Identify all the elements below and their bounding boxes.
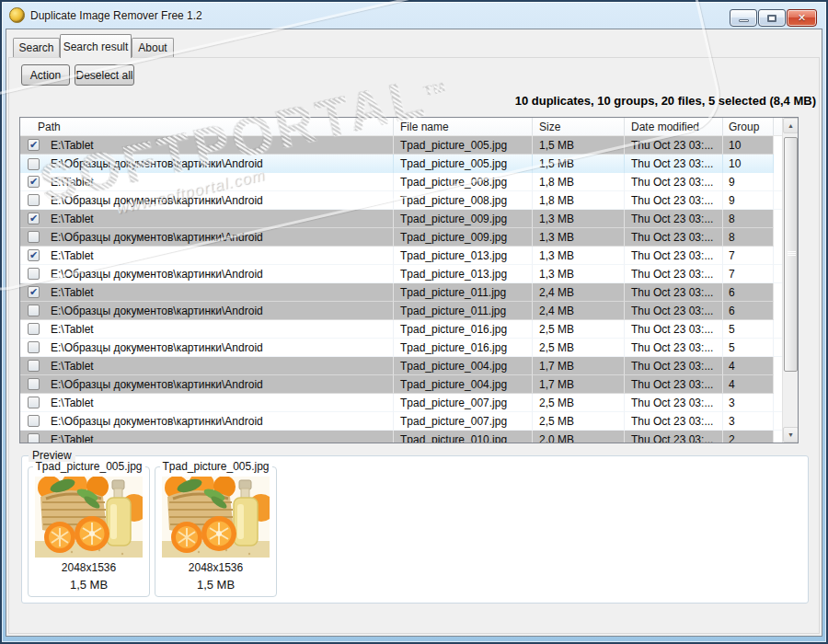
- table-row[interactable]: E:\TabletTpad_picture_007.jpg2,5 MBThu O…: [20, 394, 782, 412]
- table-header: Path File name Size Date modified Group: [20, 118, 782, 136]
- maximize-icon: [767, 15, 776, 22]
- row-date-modified: Thu Oct 23 03:...: [625, 412, 723, 431]
- table-row[interactable]: E:\Образцы документов\картинки\AndroidTp…: [20, 191, 782, 210]
- row-file-name: Tpad_picture_016.jpg: [394, 320, 533, 339]
- column-header-path[interactable]: Path: [20, 118, 394, 135]
- row-date-modified: Thu Oct 23 03:...: [625, 394, 723, 412]
- row-group: 10: [723, 136, 774, 155]
- preview-file-size: 1,5 MB: [155, 578, 276, 592]
- table-row[interactable]: ✔E:\TabletTpad_picture_011.jpg2,4 MBThu …: [20, 283, 782, 302]
- row-date-modified: Thu Oct 23 03:...: [625, 155, 723, 173]
- row-group: 10: [723, 155, 774, 173]
- row-date-modified: Thu Oct 23 03:...: [625, 173, 723, 191]
- row-date-modified: Thu Oct 23 03:...: [625, 265, 723, 283]
- minimize-icon: [739, 19, 749, 22]
- preview-group-label: Preview: [29, 449, 75, 462]
- preview-file-size: 1,5 MB: [29, 578, 149, 592]
- row-date-modified: Thu Oct 23 03:...: [625, 357, 723, 375]
- row-checkbox[interactable]: ✔: [28, 139, 40, 151]
- row-date-modified: Thu Oct 23 03:...: [625, 191, 723, 210]
- row-path: E:\Tablet: [51, 433, 94, 443]
- preview-card: Tpad_picture_005.jpg: [28, 466, 150, 597]
- minimize-button[interactable]: [730, 9, 757, 27]
- row-file-name: Tpad_picture_013.jpg: [394, 247, 533, 265]
- row-file-name: Tpad_picture_005.jpg: [394, 136, 533, 155]
- row-file-name: Tpad_picture_011.jpg: [394, 302, 533, 320]
- row-date-modified: Thu Oct 23 03:...: [625, 136, 723, 155]
- deselect-all-button[interactable]: Deselect all: [75, 64, 134, 86]
- column-header-file[interactable]: File name: [394, 118, 533, 135]
- table-row[interactable]: ✔E:\TabletTpad_picture_008.jpg1,8 MBThu …: [20, 173, 782, 191]
- row-path: E:\Образцы документов\картинки\Android: [51, 157, 263, 170]
- title-bar: Duplicate Image Remover Free 1.2: [2, 2, 826, 29]
- row-checkbox[interactable]: [28, 397, 40, 408]
- scrollbar-thumb[interactable]: [784, 137, 798, 372]
- row-group: 3: [723, 394, 774, 412]
- row-size: 2,0 MB: [533, 431, 625, 443]
- table-row[interactable]: E:\TabletTpad_picture_010.jpg2,0 MBThu O…: [20, 431, 782, 443]
- window-title: Duplicate Image Remover Free 1.2: [30, 9, 202, 22]
- row-group: 3: [723, 412, 774, 431]
- row-file-name: Tpad_picture_005.jpg: [394, 155, 533, 173]
- row-size: 1,3 MB: [533, 210, 625, 228]
- row-path: E:\Tablet: [51, 286, 94, 299]
- row-size: 1,7 MB: [533, 375, 625, 394]
- row-checkbox[interactable]: [28, 323, 40, 335]
- row-checkbox[interactable]: [28, 415, 40, 427]
- scroll-down-icon[interactable]: ▼: [783, 427, 799, 443]
- row-checkbox[interactable]: [28, 268, 40, 280]
- row-checkbox[interactable]: ✔: [28, 213, 40, 224]
- app-window: Duplicate Image Remover Free 1.2 ✕ Searc…: [0, 0, 828, 644]
- row-file-name: Tpad_picture_007.jpg: [394, 394, 533, 412]
- maximize-button[interactable]: [758, 9, 786, 27]
- tab-search-result[interactable]: Search result: [60, 34, 132, 58]
- row-size: 1,3 MB: [533, 228, 625, 247]
- table-row[interactable]: E:\Образцы документов\картинки\AndroidTp…: [20, 228, 782, 247]
- row-path: E:\Tablet: [51, 139, 94, 152]
- table-row[interactable]: E:\Образцы документов\картинки\AndroidTp…: [20, 265, 782, 283]
- row-path: E:\Tablet: [51, 360, 94, 373]
- action-button[interactable]: Action: [21, 64, 70, 86]
- row-checkbox[interactable]: ✔: [28, 286, 40, 298]
- preview-dimensions: 2048x1536: [155, 561, 276, 574]
- column-header-group[interactable]: Group: [723, 118, 774, 135]
- row-checkbox[interactable]: [28, 341, 40, 353]
- row-checkbox[interactable]: [28, 433, 40, 443]
- row-checkbox[interactable]: [28, 158, 40, 170]
- row-date-modified: Thu Oct 23 03:...: [625, 320, 723, 339]
- row-group: 8: [723, 228, 774, 247]
- table-row[interactable]: E:\Образцы документов\картинки\AndroidTp…: [20, 302, 782, 320]
- table-row[interactable]: E:\TabletTpad_picture_016.jpg2,5 MBThu O…: [20, 320, 782, 339]
- tab-about[interactable]: About: [132, 38, 174, 57]
- table-row[interactable]: ✔E:\TabletTpad_picture_009.jpg1,3 MBThu …: [20, 210, 782, 228]
- row-checkbox[interactable]: [28, 305, 40, 316]
- scroll-up-icon[interactable]: ▲: [783, 118, 799, 133]
- table-row[interactable]: E:\Образцы документов\картинки\AndroidTp…: [20, 155, 782, 173]
- table-row[interactable]: ✔E:\TabletTpad_picture_013.jpg1,3 MBThu …: [20, 247, 782, 265]
- row-checkbox[interactable]: [28, 378, 40, 390]
- scrollbar-grip-icon: [788, 251, 796, 257]
- table-row[interactable]: ✔E:\TabletTpad_picture_005.jpg1,5 MBThu …: [20, 136, 782, 155]
- preview-card: Tpad_picture_005.jpg 2048x1536 1,5 MB: [155, 466, 277, 597]
- table-row[interactable]: E:\Образцы документов\картинки\AndroidTp…: [20, 339, 782, 357]
- row-size: 2,5 MB: [533, 320, 625, 339]
- table-row[interactable]: E:\TabletTpad_picture_004.jpg1,7 MBThu O…: [20, 357, 782, 375]
- table-row[interactable]: E:\Образцы документов\картинки\AndroidTp…: [20, 375, 782, 394]
- row-checkbox[interactable]: [28, 194, 40, 206]
- table-row[interactable]: E:\Образцы документов\картинки\AndroidTp…: [20, 412, 782, 431]
- row-path: E:\Образцы документов\картинки\Android: [51, 194, 263, 207]
- app-icon: [9, 7, 25, 23]
- tab-search[interactable]: Search: [13, 38, 60, 57]
- row-size: 1,5 MB: [533, 136, 625, 155]
- column-header-date[interactable]: Date modified: [625, 118, 723, 135]
- row-date-modified: Thu Oct 23 03:...: [625, 228, 723, 247]
- row-group: 9: [723, 191, 774, 210]
- row-checkbox[interactable]: ✔: [28, 176, 40, 188]
- close-button[interactable]: ✕: [787, 9, 817, 27]
- row-checkbox[interactable]: [28, 231, 40, 243]
- row-path: E:\Tablet: [51, 397, 94, 409]
- vertical-scrollbar[interactable]: ▲ ▼: [782, 118, 798, 443]
- row-checkbox[interactable]: ✔: [28, 249, 40, 261]
- row-checkbox[interactable]: [28, 360, 40, 372]
- column-header-size[interactable]: Size: [533, 118, 625, 135]
